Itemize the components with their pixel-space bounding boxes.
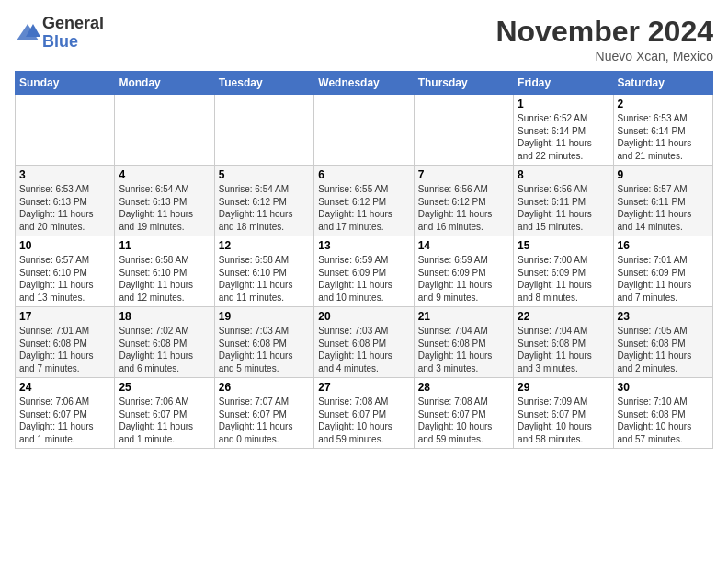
calendar-cell: 14Sunrise: 6:59 AMSunset: 6:09 PMDayligh… xyxy=(414,236,513,307)
day-number: 30 xyxy=(618,381,709,394)
calendar-cell: 18Sunrise: 7:02 AMSunset: 6:08 PMDayligh… xyxy=(115,307,214,378)
day-number: 1 xyxy=(518,98,609,110)
calendar-cell: 9Sunrise: 6:57 AMSunset: 6:11 PMDaylight… xyxy=(613,166,712,236)
day-info: Sunrise: 6:55 AMSunset: 6:12 PMDaylight:… xyxy=(318,183,409,233)
day-info: Sunrise: 6:57 AMSunset: 6:10 PMDaylight:… xyxy=(19,254,110,304)
day-number: 5 xyxy=(219,168,310,181)
day-number: 11 xyxy=(119,239,210,252)
day-number: 7 xyxy=(418,168,509,181)
calendar-cell: 5Sunrise: 6:54 AMSunset: 6:12 PMDaylight… xyxy=(214,166,313,236)
day-info: Sunrise: 7:01 AMSunset: 6:08 PMDaylight:… xyxy=(19,325,110,374)
logo: General Blue xyxy=(15,15,104,52)
day-info: Sunrise: 6:54 AMSunset: 6:12 PMDaylight:… xyxy=(219,183,310,233)
calendar-cell: 1Sunrise: 6:52 AMSunset: 6:14 PMDaylight… xyxy=(514,95,613,166)
calendar-cell: 7Sunrise: 6:56 AMSunset: 6:12 PMDaylight… xyxy=(414,166,513,236)
day-number: 4 xyxy=(119,168,210,181)
calendar-cell xyxy=(214,95,313,166)
day-info: Sunrise: 6:54 AMSunset: 6:13 PMDaylight:… xyxy=(119,183,210,233)
calendar-header-row: SundayMondayTuesdayWednesdayThursdayFrid… xyxy=(16,72,713,95)
weekday-header: Sunday xyxy=(16,72,115,95)
day-number: 13 xyxy=(318,239,409,252)
day-info: Sunrise: 6:57 AMSunset: 6:11 PMDaylight:… xyxy=(618,183,709,233)
day-info: Sunrise: 7:05 AMSunset: 6:08 PMDaylight:… xyxy=(618,325,709,374)
calendar-cell: 3Sunrise: 6:53 AMSunset: 6:13 PMDaylight… xyxy=(16,166,115,236)
day-info: Sunrise: 7:00 AMSunset: 6:09 PMDaylight:… xyxy=(518,254,609,304)
day-number: 25 xyxy=(119,381,210,394)
calendar-cell xyxy=(16,95,115,166)
calendar-cell: 8Sunrise: 6:56 AMSunset: 6:11 PMDaylight… xyxy=(514,166,613,236)
calendar-cell: 21Sunrise: 7:04 AMSunset: 6:08 PMDayligh… xyxy=(414,307,513,378)
calendar-cell xyxy=(314,95,414,166)
day-number: 26 xyxy=(219,381,310,394)
day-info: Sunrise: 7:06 AMSunset: 6:07 PMDaylight:… xyxy=(19,396,110,445)
calendar-cell: 4Sunrise: 6:54 AMSunset: 6:13 PMDaylight… xyxy=(115,166,214,236)
day-info: Sunrise: 7:10 AMSunset: 6:08 PMDaylight:… xyxy=(618,396,709,445)
month-title: November 2024 xyxy=(495,15,713,49)
day-number: 16 xyxy=(618,239,709,252)
calendar-cell: 25Sunrise: 7:06 AMSunset: 6:07 PMDayligh… xyxy=(115,378,214,449)
logo-icon xyxy=(15,20,40,46)
day-info: Sunrise: 6:59 AMSunset: 6:09 PMDaylight:… xyxy=(318,254,409,304)
calendar-week-row: 10Sunrise: 6:57 AMSunset: 6:10 PMDayligh… xyxy=(16,236,713,307)
calendar-table: SundayMondayTuesdayWednesdayThursdayFrid… xyxy=(15,71,713,449)
day-info: Sunrise: 7:08 AMSunset: 6:07 PMDaylight:… xyxy=(318,396,409,445)
calendar-cell: 29Sunrise: 7:09 AMSunset: 6:07 PMDayligh… xyxy=(514,378,613,449)
day-number: 18 xyxy=(119,310,210,323)
day-number: 23 xyxy=(618,310,709,323)
title-section: November 2024 Nuevo Xcan, Mexico xyxy=(495,15,713,63)
calendar-cell: 28Sunrise: 7:08 AMSunset: 6:07 PMDayligh… xyxy=(414,378,513,449)
day-info: Sunrise: 6:58 AMSunset: 6:10 PMDaylight:… xyxy=(219,254,310,304)
calendar-week-row: 3Sunrise: 6:53 AMSunset: 6:13 PMDaylight… xyxy=(16,166,713,236)
weekday-header: Thursday xyxy=(414,72,513,95)
calendar-cell: 2Sunrise: 6:53 AMSunset: 6:14 PMDaylight… xyxy=(613,95,712,166)
calendar-cell: 26Sunrise: 7:07 AMSunset: 6:07 PMDayligh… xyxy=(214,378,313,449)
day-number: 21 xyxy=(418,310,509,323)
calendar-cell: 11Sunrise: 6:58 AMSunset: 6:10 PMDayligh… xyxy=(115,236,214,307)
day-info: Sunrise: 6:52 AMSunset: 6:14 PMDaylight:… xyxy=(518,112,609,162)
calendar-cell: 15Sunrise: 7:00 AMSunset: 6:09 PMDayligh… xyxy=(514,236,613,307)
calendar-cell: 16Sunrise: 7:01 AMSunset: 6:09 PMDayligh… xyxy=(613,236,712,307)
location: Nuevo Xcan, Mexico xyxy=(495,49,713,63)
weekday-header: Wednesday xyxy=(314,72,414,95)
calendar-cell: 10Sunrise: 6:57 AMSunset: 6:10 PMDayligh… xyxy=(16,236,115,307)
calendar-cell: 12Sunrise: 6:58 AMSunset: 6:10 PMDayligh… xyxy=(214,236,313,307)
day-info: Sunrise: 7:09 AMSunset: 6:07 PMDaylight:… xyxy=(518,396,609,445)
day-info: Sunrise: 7:03 AMSunset: 6:08 PMDaylight:… xyxy=(318,325,409,374)
day-number: 14 xyxy=(418,239,509,252)
day-info: Sunrise: 7:03 AMSunset: 6:08 PMDaylight:… xyxy=(219,325,310,374)
day-info: Sunrise: 6:58 AMSunset: 6:10 PMDaylight:… xyxy=(119,254,210,304)
logo-general: General xyxy=(42,15,104,33)
calendar-cell xyxy=(115,95,214,166)
day-number: 15 xyxy=(518,239,609,252)
weekday-header: Friday xyxy=(514,72,613,95)
day-info: Sunrise: 7:07 AMSunset: 6:07 PMDaylight:… xyxy=(219,396,310,445)
day-number: 20 xyxy=(318,310,409,323)
calendar-cell: 22Sunrise: 7:04 AMSunset: 6:08 PMDayligh… xyxy=(514,307,613,378)
logo-blue: Blue xyxy=(42,33,104,52)
calendar-cell: 24Sunrise: 7:06 AMSunset: 6:07 PMDayligh… xyxy=(16,378,115,449)
day-number: 19 xyxy=(219,310,310,323)
calendar-cell: 30Sunrise: 7:10 AMSunset: 6:08 PMDayligh… xyxy=(613,378,712,449)
day-info: Sunrise: 7:04 AMSunset: 6:08 PMDaylight:… xyxy=(418,325,509,374)
day-info: Sunrise: 7:08 AMSunset: 6:07 PMDaylight:… xyxy=(418,396,509,445)
day-number: 28 xyxy=(418,381,509,394)
logo-text: General Blue xyxy=(42,15,104,52)
calendar-week-row: 1Sunrise: 6:52 AMSunset: 6:14 PMDaylight… xyxy=(16,95,713,166)
weekday-header: Saturday xyxy=(613,72,712,95)
day-info: Sunrise: 7:02 AMSunset: 6:08 PMDaylight:… xyxy=(119,325,210,374)
day-number: 27 xyxy=(318,381,409,394)
calendar-cell: 17Sunrise: 7:01 AMSunset: 6:08 PMDayligh… xyxy=(16,307,115,378)
day-info: Sunrise: 6:56 AMSunset: 6:12 PMDaylight:… xyxy=(418,183,509,233)
day-number: 12 xyxy=(219,239,310,252)
calendar-cell: 20Sunrise: 7:03 AMSunset: 6:08 PMDayligh… xyxy=(314,307,414,378)
day-info: Sunrise: 7:04 AMSunset: 6:08 PMDaylight:… xyxy=(518,325,609,374)
calendar-cell: 19Sunrise: 7:03 AMSunset: 6:08 PMDayligh… xyxy=(214,307,313,378)
day-info: Sunrise: 6:53 AMSunset: 6:13 PMDaylight:… xyxy=(19,183,110,233)
day-number: 8 xyxy=(518,168,609,181)
day-number: 9 xyxy=(618,168,709,181)
day-number: 10 xyxy=(19,239,110,252)
day-info: Sunrise: 6:53 AMSunset: 6:14 PMDaylight:… xyxy=(618,112,709,162)
day-number: 17 xyxy=(19,310,110,323)
day-info: Sunrise: 7:01 AMSunset: 6:09 PMDaylight:… xyxy=(618,254,709,304)
day-number: 3 xyxy=(19,168,110,181)
